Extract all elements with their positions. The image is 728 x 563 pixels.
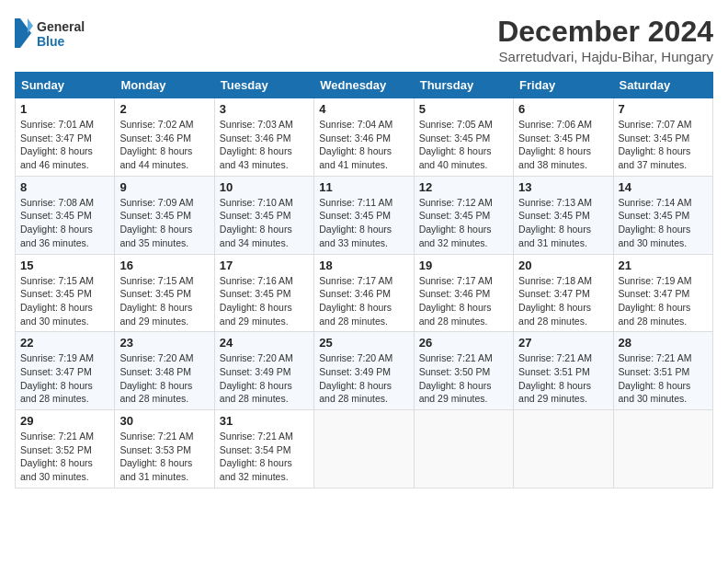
page-header: General Blue December 2024 Sarretudvari,… (15, 15, 713, 64)
day-number: 24 (220, 336, 309, 350)
table-row: 10 Sunrise: 7:10 AM Sunset: 3:45 PM Dayl… (214, 176, 313, 254)
table-row: 17 Sunrise: 7:16 AM Sunset: 3:45 PM Dayl… (214, 254, 313, 332)
table-row: 11 Sunrise: 7:11 AM Sunset: 3:45 PM Dayl… (314, 176, 414, 254)
day-number: 14 (619, 180, 708, 194)
calendar-header-row: Sunday Monday Tuesday Wednesday Thursday… (16, 73, 713, 98)
day-number: 19 (419, 259, 508, 272)
table-row: 5 Sunrise: 7:05 AM Sunset: 3:45 PM Dayli… (414, 98, 513, 177)
table-row: 13 Sunrise: 7:13 AM Sunset: 3:45 PM Dayl… (514, 176, 613, 254)
logo: General Blue (15, 15, 88, 52)
table-row: 2 Sunrise: 7:02 AM Sunset: 3:46 PM Dayli… (115, 98, 214, 177)
day-info: Sunrise: 7:05 AM Sunset: 3:45 PM Dayligh… (419, 118, 508, 172)
header-thursday: Thursday (414, 73, 513, 98)
day-info: Sunrise: 7:16 AM Sunset: 3:45 PM Dayligh… (220, 274, 309, 328)
day-info: Sunrise: 7:07 AM Sunset: 3:45 PM Dayligh… (619, 118, 708, 172)
table-row: 16 Sunrise: 7:15 AM Sunset: 3:45 PM Dayl… (115, 254, 214, 332)
day-number: 20 (518, 259, 608, 272)
day-number: 8 (20, 180, 109, 194)
day-info: Sunrise: 7:12 AM Sunset: 3:45 PM Dayligh… (419, 196, 508, 250)
day-number: 1 (20, 102, 109, 116)
day-info: Sunrise: 7:15 AM Sunset: 3:45 PM Dayligh… (20, 274, 109, 328)
table-row (414, 410, 513, 488)
table-row: 20 Sunrise: 7:18 AM Sunset: 3:47 PM Dayl… (514, 254, 613, 332)
table-row: 26 Sunrise: 7:21 AM Sunset: 3:50 PM Dayl… (414, 332, 513, 410)
header-friday: Friday (514, 73, 613, 98)
day-info: Sunrise: 7:21 AM Sunset: 3:52 PM Dayligh… (20, 430, 109, 484)
header-saturday: Saturday (613, 73, 712, 98)
day-info: Sunrise: 7:20 AM Sunset: 3:49 PM Dayligh… (220, 351, 309, 406)
day-info: Sunrise: 7:21 AM Sunset: 3:50 PM Dayligh… (419, 351, 508, 406)
day-info: Sunrise: 7:11 AM Sunset: 3:45 PM Dayligh… (319, 196, 408, 250)
day-info: Sunrise: 7:14 AM Sunset: 3:45 PM Dayligh… (619, 196, 708, 250)
table-row: 22 Sunrise: 7:19 AM Sunset: 3:47 PM Dayl… (16, 332, 115, 410)
day-info: Sunrise: 7:06 AM Sunset: 3:45 PM Dayligh… (518, 118, 608, 172)
table-row: 1 Sunrise: 7:01 AM Sunset: 3:47 PM Dayli… (16, 98, 115, 177)
day-info: Sunrise: 7:08 AM Sunset: 3:45 PM Dayligh… (20, 196, 109, 250)
table-row: 6 Sunrise: 7:06 AM Sunset: 3:45 PM Dayli… (514, 98, 613, 177)
table-row: 19 Sunrise: 7:17 AM Sunset: 3:46 PM Dayl… (414, 254, 513, 332)
day-number: 16 (119, 259, 209, 272)
table-row: 28 Sunrise: 7:21 AM Sunset: 3:51 PM Dayl… (613, 332, 712, 410)
day-info: Sunrise: 7:21 AM Sunset: 3:51 PM Dayligh… (619, 351, 708, 406)
table-row: 29 Sunrise: 7:21 AM Sunset: 3:52 PM Dayl… (16, 410, 115, 488)
table-row (613, 410, 712, 488)
day-info: Sunrise: 7:21 AM Sunset: 3:53 PM Dayligh… (119, 430, 209, 484)
day-info: Sunrise: 7:03 AM Sunset: 3:46 PM Dayligh… (220, 118, 309, 172)
table-row: 14 Sunrise: 7:14 AM Sunset: 3:45 PM Dayl… (613, 176, 712, 254)
calendar-table: Sunday Monday Tuesday Wednesday Thursday… (15, 72, 713, 488)
location-subtitle: Sarretudvari, Hajdu-Bihar, Hungary (497, 49, 713, 64)
table-row: 24 Sunrise: 7:20 AM Sunset: 3:49 PM Dayl… (214, 332, 313, 410)
day-info: Sunrise: 7:20 AM Sunset: 3:48 PM Dayligh… (119, 351, 209, 406)
day-number: 29 (20, 414, 109, 428)
table-row: 9 Sunrise: 7:09 AM Sunset: 3:45 PM Dayli… (115, 176, 214, 254)
table-row: 25 Sunrise: 7:20 AM Sunset: 3:49 PM Dayl… (314, 332, 414, 410)
logo-svg: General Blue (15, 15, 88, 52)
day-number: 31 (220, 414, 309, 428)
day-number: 18 (319, 259, 408, 272)
day-number: 2 (119, 102, 209, 116)
svg-marker-3 (28, 18, 33, 33)
table-row: 8 Sunrise: 7:08 AM Sunset: 3:45 PM Dayli… (16, 176, 115, 254)
day-info: Sunrise: 7:04 AM Sunset: 3:46 PM Dayligh… (319, 118, 408, 172)
svg-text:General: General (37, 19, 85, 34)
header-sunday: Sunday (16, 73, 115, 98)
day-info: Sunrise: 7:18 AM Sunset: 3:47 PM Dayligh… (518, 274, 608, 328)
day-info: Sunrise: 7:19 AM Sunset: 3:47 PM Dayligh… (619, 274, 708, 328)
day-number: 9 (119, 180, 209, 194)
day-number: 13 (518, 180, 608, 194)
day-number: 28 (619, 336, 708, 350)
day-info: Sunrise: 7:17 AM Sunset: 3:46 PM Dayligh… (419, 274, 508, 328)
header-wednesday: Wednesday (314, 73, 414, 98)
day-number: 7 (619, 102, 708, 116)
svg-text:Blue: Blue (37, 34, 65, 49)
day-number: 22 (20, 336, 109, 350)
day-info: Sunrise: 7:10 AM Sunset: 3:45 PM Dayligh… (220, 196, 309, 250)
day-info: Sunrise: 7:13 AM Sunset: 3:45 PM Dayligh… (518, 196, 608, 250)
table-row: 31 Sunrise: 7:21 AM Sunset: 3:54 PM Dayl… (214, 410, 313, 488)
day-number: 27 (518, 336, 608, 350)
table-row (314, 410, 414, 488)
day-info: Sunrise: 7:21 AM Sunset: 3:54 PM Dayligh… (220, 430, 309, 484)
table-row: 18 Sunrise: 7:17 AM Sunset: 3:46 PM Dayl… (314, 254, 414, 332)
day-number: 26 (419, 336, 508, 350)
table-row: 12 Sunrise: 7:12 AM Sunset: 3:45 PM Dayl… (414, 176, 513, 254)
table-row: 21 Sunrise: 7:19 AM Sunset: 3:47 PM Dayl… (613, 254, 712, 332)
day-info: Sunrise: 7:17 AM Sunset: 3:46 PM Dayligh… (319, 274, 408, 328)
day-number: 17 (220, 259, 309, 272)
day-number: 10 (220, 180, 309, 194)
table-row: 27 Sunrise: 7:21 AM Sunset: 3:51 PM Dayl… (514, 332, 613, 410)
header-tuesday: Tuesday (214, 73, 313, 98)
day-number: 3 (220, 102, 309, 116)
day-info: Sunrise: 7:02 AM Sunset: 3:46 PM Dayligh… (119, 118, 209, 172)
day-info: Sunrise: 7:19 AM Sunset: 3:47 PM Dayligh… (20, 351, 109, 406)
header-monday: Monday (115, 73, 214, 98)
day-info: Sunrise: 7:01 AM Sunset: 3:47 PM Dayligh… (20, 118, 109, 172)
day-info: Sunrise: 7:20 AM Sunset: 3:49 PM Dayligh… (319, 351, 408, 406)
day-number: 21 (619, 259, 708, 272)
day-info: Sunrise: 7:21 AM Sunset: 3:51 PM Dayligh… (518, 351, 608, 406)
day-number: 6 (518, 102, 608, 116)
day-number: 4 (319, 102, 408, 116)
day-number: 15 (20, 259, 109, 272)
day-number: 5 (419, 102, 508, 116)
month-title: December 2024 (497, 15, 713, 49)
